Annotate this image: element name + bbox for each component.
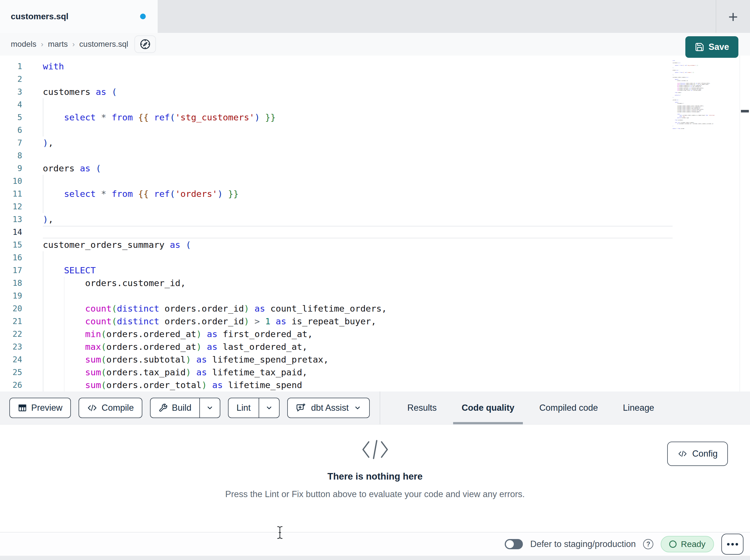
line-number[interactable]: 2 <box>0 73 22 86</box>
code-area[interactable]: with customers as ( select * from {{ ref… <box>43 60 673 392</box>
chevron-down-icon <box>354 404 361 412</box>
code-line[interactable]: customers as ( <box>43 86 673 98</box>
code-line[interactable] <box>43 251 673 264</box>
line-number[interactable]: 4 <box>0 98 22 111</box>
code-line[interactable] <box>43 124 673 137</box>
save-button[interactable]: Save <box>685 36 738 58</box>
line-number[interactable]: 23 <box>0 340 22 353</box>
code-line[interactable] <box>43 290 673 302</box>
indent-guide <box>64 315 65 328</box>
line-number[interactable]: 19 <box>0 290 22 302</box>
line-number[interactable]: 26 <box>0 379 22 392</box>
line-number[interactable]: 8 <box>0 149 22 162</box>
breadcrumb-separator: › <box>72 40 75 49</box>
empty-state-subtitle: Press the Lint or Fix button above to ev… <box>225 489 525 499</box>
code-line[interactable]: sum(orders.tax_paid) as lifetime_tax_pai… <box>43 366 673 379</box>
line-number[interactable]: 13 <box>0 213 22 226</box>
tab-results[interactable]: Results <box>395 392 449 424</box>
tab-compiled-code[interactable]: Compiled code <box>527 392 611 424</box>
code-line[interactable]: max(orders.ordered_at) as last_ordered_a… <box>43 340 673 353</box>
line-number[interactable]: 15 <box>0 238 22 251</box>
code-line[interactable]: ), <box>43 137 673 149</box>
code-line[interactable]: ), <box>43 213 673 226</box>
editor-toolbar: Preview Compile Build L <box>0 392 750 424</box>
dbt-assist-button[interactable]: dbt Assist <box>287 398 370 418</box>
minimap[interactable]: with customers as ( select * from {{ ref… <box>673 60 737 129</box>
line-number[interactable]: 6 <box>0 124 22 137</box>
tab-code-quality[interactable]: Code quality <box>449 392 527 424</box>
line-number[interactable]: 18 <box>0 277 22 290</box>
minimap-line: select * from joined <box>673 128 737 129</box>
indent-guide <box>43 290 43 302</box>
code-line[interactable]: select * from {{ ref('orders') }} <box>43 188 673 200</box>
assist-sparkle-icon <box>296 403 306 413</box>
save-icon <box>695 42 704 52</box>
indent-guide <box>64 328 65 340</box>
toolbar-divider <box>380 392 380 424</box>
more-options-button[interactable] <box>722 534 744 555</box>
chevron-down-icon <box>206 404 214 412</box>
code-line[interactable]: sum(orders.subtotal) as lifetime_spend_p… <box>43 353 673 366</box>
indent-guide <box>43 175 43 188</box>
code-line[interactable]: count(distinct orders.order_id) > 1 as i… <box>43 315 673 328</box>
code-line-active[interactable] <box>43 226 673 238</box>
build-button[interactable]: Build <box>151 398 199 417</box>
line-number[interactable]: 1 <box>0 60 22 73</box>
lint-dropdown-button[interactable] <box>259 398 279 417</box>
breadcrumb-item-file[interactable]: customers.sql <box>79 40 129 49</box>
new-tab-button[interactable]: + <box>716 0 750 33</box>
code-line[interactable] <box>43 175 673 188</box>
build-dropdown-button[interactable] <box>199 398 220 417</box>
compile-button[interactable]: Compile <box>79 398 142 418</box>
code-line[interactable] <box>43 200 673 213</box>
line-number[interactable]: 3 <box>0 86 22 98</box>
locate-in-tree-button[interactable] <box>134 36 156 53</box>
tab-lineage[interactable]: Lineage <box>611 392 667 424</box>
config-button[interactable]: Config <box>667 442 728 466</box>
code-line[interactable]: orders.customer_id, <box>43 277 673 290</box>
code-line[interactable]: min(orders.ordered_at) as first_ordered_… <box>43 328 673 340</box>
code-line[interactable]: with <box>43 60 673 73</box>
line-number[interactable]: 7 <box>0 137 22 149</box>
code-editor[interactable]: 1234567891011121314151617181920212223242… <box>0 56 750 392</box>
lint-button[interactable]: Lint <box>229 398 259 417</box>
breadcrumb-item-marts[interactable]: marts <box>48 40 68 49</box>
line-number[interactable]: 24 <box>0 353 22 366</box>
line-number[interactable]: 17 <box>0 264 22 277</box>
code-line[interactable] <box>43 73 673 86</box>
line-number[interactable]: 22 <box>0 328 22 340</box>
line-number[interactable]: 10 <box>0 175 22 188</box>
overview-ruler-cursor-marker <box>741 110 749 112</box>
line-number[interactable]: 12 <box>0 200 22 213</box>
code-line[interactable]: select * from {{ ref('stg_customers') }} <box>43 111 673 124</box>
code-line[interactable]: count(distinct orders.order_id) as count… <box>43 302 673 315</box>
line-number[interactable]: 16 <box>0 251 22 264</box>
line-number[interactable]: 5 <box>0 111 22 124</box>
defer-toggle[interactable] <box>505 539 523 549</box>
line-number[interactable]: 11 <box>0 188 22 200</box>
indent-guide <box>43 188 43 200</box>
file-tab-customers-sql[interactable]: customers.sql <box>0 0 158 33</box>
line-number[interactable]: 14 <box>0 226 22 238</box>
indent-guide <box>64 277 65 290</box>
code-line[interactable]: customer_orders_summary as ( <box>43 238 673 251</box>
line-number[interactable]: 25 <box>0 366 22 379</box>
code-line[interactable]: sum(orders.order_total) as lifetime_spen… <box>43 379 673 392</box>
preview-button[interactable]: Preview <box>9 398 71 418</box>
code-line[interactable] <box>43 149 673 162</box>
indent-guide <box>43 353 43 366</box>
line-number[interactable]: 9 <box>0 162 22 175</box>
overview-ruler[interactable] <box>739 56 750 392</box>
code-line[interactable]: orders as ( <box>43 162 673 175</box>
dbt-ide-window: customers.sql + models › marts › custome… <box>0 0 750 560</box>
breadcrumb-item-models[interactable]: models <box>11 40 36 49</box>
code-line[interactable]: SELECT <box>43 264 673 277</box>
panel-tab-bar: Results Code quality Compiled code Linea… <box>395 392 667 424</box>
help-icon[interactable]: ? <box>643 539 653 549</box>
empty-state: There is nothing here Press the Lint or … <box>0 424 750 499</box>
unsaved-changes-icon <box>140 14 146 19</box>
line-number[interactable]: 20 <box>0 302 22 315</box>
code-line[interactable] <box>43 98 673 111</box>
line-number[interactable]: 21 <box>0 315 22 328</box>
line-number-gutter[interactable]: 1234567891011121314151617181920212223242… <box>0 60 22 392</box>
